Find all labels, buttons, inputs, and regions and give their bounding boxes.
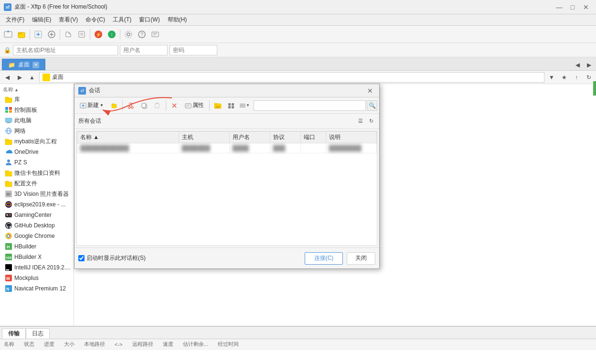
dialog-search-icon-btn[interactable]: 🔍 — [367, 100, 377, 111]
dialog-list-controls: ☰ ↻ — [356, 117, 375, 126]
dialog-prop-label: 属性 — [192, 101, 204, 109]
session-user-blurred: ████ — [233, 145, 249, 151]
dialog-title-left: xf 会话 — [78, 86, 100, 95]
dialog-grid-view-btn[interactable]: ☰ — [356, 117, 365, 126]
col-header-host[interactable]: 主机 — [179, 132, 229, 143]
dialog-footer: 启动时显示此对话框(S) 连接(C) 关闭 — [74, 247, 379, 268]
dialog-list-view-btn[interactable]: ▼ — [238, 99, 251, 112]
connect-dialog-button[interactable]: 连接(C) — [305, 252, 343, 265]
dialog-title-bar: xf 会话 ✕ — [74, 84, 379, 97]
svg-rect-88 — [232, 106, 234, 108]
dialog-open-folder-btn[interactable] — [212, 99, 224, 112]
dialog-new-dropdown: ▼ — [100, 103, 104, 107]
dialog-cut-btn[interactable] — [125, 99, 137, 112]
session-name-cell: ████████████ — [77, 143, 179, 153]
svg-line-71 — [131, 104, 132, 107]
show-on-startup-text: 启动时显示此对话框(S) — [86, 254, 146, 262]
dialog-refresh-btn[interactable]: ↻ — [367, 117, 375, 126]
svg-point-68 — [128, 107, 130, 108]
session-host-cell: ███████ — [179, 143, 229, 153]
show-on-startup-checkbox[interactable] — [78, 255, 85, 261]
session-desc-blurred: ████████ — [329, 145, 362, 151]
svg-rect-67 — [112, 104, 114, 105]
svg-rect-74 — [142, 103, 146, 107]
dialog-toolbar: 新建 ▼ — [74, 97, 379, 114]
svg-marker-84 — [215, 106, 221, 108]
dialog-new-btn[interactable]: 新建 ▼ — [76, 99, 107, 112]
svg-line-70 — [129, 104, 131, 107]
session-protocol-blurred: ███ — [273, 145, 286, 151]
dialog-copy-btn[interactable] — [138, 99, 150, 112]
svg-rect-85 — [228, 103, 231, 106]
dialog-copy-folder-btn[interactable] — [108, 99, 120, 112]
dialog-overlay: xf 会话 ✕ 新建 ▼ — [0, 0, 596, 364]
svg-rect-87 — [228, 106, 231, 108]
dialog-close-icon-btn[interactable]: ✕ — [365, 86, 375, 96]
session-user-cell: ████ — [229, 143, 270, 153]
dialog-list-title: 所有会话 — [78, 117, 101, 125]
session-desc-cell: ████████ — [326, 143, 376, 153]
dialog-view-btn[interactable] — [225, 99, 237, 112]
dialog-paste-btn[interactable] — [151, 99, 164, 112]
table-row[interactable]: ████████████ ███████ ████ ███ — [77, 143, 377, 153]
sessions-table: 名称 ▲ 主机 用户名 协议 端口 说明 ████████████ — [77, 131, 377, 153]
dialog-new-label: 新建 — [87, 101, 99, 109]
dialog-table-container[interactable]: 名称 ▲ 主机 用户名 协议 端口 说明 ████████████ — [76, 131, 377, 246]
dialog-delete-btn[interactable] — [168, 99, 181, 112]
session-name-blurred: ████████████ — [80, 145, 129, 151]
col-header-protocol[interactable]: 协议 — [270, 132, 300, 143]
col-header-name[interactable]: 名称 ▲ — [77, 132, 179, 143]
session-port-cell — [300, 143, 326, 153]
session-dialog: xf 会话 ✕ 新建 ▼ — [74, 84, 380, 269]
svg-rect-79 — [185, 104, 191, 108]
session-host-blurred: ███████ — [182, 145, 211, 151]
close-dialog-button[interactable]: 关闭 — [347, 252, 375, 265]
session-protocol-cell: ███ — [270, 143, 300, 153]
col-header-desc[interactable]: 说明 — [326, 132, 376, 143]
svg-rect-76 — [156, 103, 158, 104]
svg-point-69 — [131, 107, 133, 108]
dialog-icon: xf — [78, 87, 86, 95]
dialog-list-header: 所有会话 ☰ ↻ — [74, 114, 379, 129]
dialog-properties-btn[interactable]: 属性 — [181, 99, 207, 112]
svg-rect-86 — [232, 103, 234, 106]
dialog-search-input[interactable] — [254, 100, 366, 111]
col-header-user[interactable]: 用户名 — [229, 132, 270, 143]
col-header-port[interactable]: 端口 — [300, 132, 326, 143]
dialog-title: 会话 — [89, 86, 100, 95]
dialog-footer-buttons: 连接(C) 关闭 — [305, 252, 375, 265]
show-on-startup-label[interactable]: 启动时显示此对话框(S) — [78, 254, 146, 262]
svg-rect-83 — [214, 103, 217, 105]
